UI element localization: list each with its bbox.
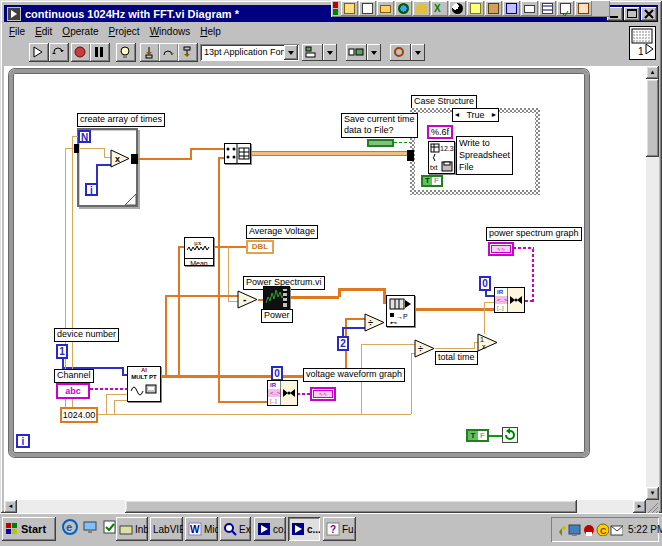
voltage-waveform-graph-label[interactable]: voltage waveform graph: [303, 368, 405, 382]
save-file-boolean-terminal[interactable]: [367, 139, 394, 147]
bundle-vwg-node[interactable]: IR<..>[..]: [267, 380, 298, 406]
tray-c-icon[interactable]: C: [596, 523, 609, 536]
format-string-constant[interactable]: %.6f: [427, 125, 453, 139]
save-file-question-label[interactable]: Save current time data to File?: [341, 113, 418, 138]
channel-label[interactable]: Channel: [54, 369, 94, 383]
taskbar-item-labview[interactable]: LabVIE...: [150, 517, 183, 541]
screen: continuous 1024Hz with FFT.vi Diagram * …: [0, 0, 662, 546]
office-powerpoint-button[interactable]: [449, 1, 466, 16]
taskbar-item-function-help[interactable]: ?Fu...: [323, 517, 356, 541]
wire: [165, 295, 238, 297]
sample-rate-constant[interactable]: 1024.00: [60, 407, 98, 423]
internet-explorer-icon[interactable]: e: [62, 519, 78, 535]
taskbar-item-exploring[interactable]: Ex...: [220, 517, 251, 541]
wire: [138, 158, 192, 160]
wire: [212, 246, 248, 248]
power-spectrum-graph-terminal[interactable]: ∿∿: [488, 242, 514, 256]
build-array-function[interactable]: [224, 143, 251, 164]
taskbar-item-inbox[interactable]: Inb...: [116, 517, 148, 541]
loop-condition-terminal[interactable]: [502, 427, 518, 443]
tray-mail-icon[interactable]: [610, 523, 623, 536]
office-logo[interactable]: [332, 1, 341, 16]
create-array-label[interactable]: create array of times: [77, 113, 165, 127]
reciprocal-function[interactable]: 1x: [477, 333, 499, 352]
taskbar-item-word[interactable]: WMic...: [185, 517, 218, 541]
wire: [411, 353, 412, 414]
case-next-arrow[interactable]: ►: [490, 109, 498, 121]
bundle-ps-node[interactable]: IR<..>[..]: [494, 287, 525, 313]
ai-acquire-node[interactable]: AI MULT PT: [127, 366, 161, 402]
device-number-constant[interactable]: 1: [56, 344, 68, 359]
transpose-boolean-constant[interactable]: T F: [421, 175, 443, 187]
wire: [114, 400, 128, 401]
wire: [80, 148, 105, 149]
subtract-function[interactable]: -: [237, 290, 259, 309]
case-selector[interactable]: ◄ True ►: [452, 108, 499, 122]
for-loop-iteration-terminal[interactable]: i: [85, 183, 98, 196]
write-spreadsheet-label[interactable]: Write to Spreadsheet File: [456, 136, 513, 175]
wire: [474, 342, 475, 349]
svg-text:C: C: [600, 526, 607, 536]
svg-text:x: x: [482, 343, 486, 350]
continue-boolean-constant[interactable]: T F: [466, 429, 489, 442]
multiply-function[interactable]: x: [110, 149, 131, 168]
labview-task-icon-2: [291, 522, 305, 536]
office-key-button[interactable]: [413, 1, 430, 16]
divide-function-2[interactable]: ÷: [414, 339, 436, 358]
wire: [489, 435, 503, 437]
svg-text:1: 1: [480, 336, 484, 343]
office-new-document-button[interactable]: [359, 1, 376, 16]
array-subset-node[interactable]: →P⊷: [386, 295, 415, 327]
mean-vi-node[interactable]: μx Mean: [184, 237, 214, 266]
office-mail-button[interactable]: [521, 1, 538, 16]
svg-text:[..]: [..]: [270, 398, 277, 404]
tray-audio-icon[interactable]: [554, 523, 567, 536]
average-voltage-label[interactable]: Average Voltage: [246, 225, 318, 239]
device-number-label[interactable]: device number: [54, 328, 119, 342]
zero-constant-ps[interactable]: 0: [479, 276, 491, 291]
power-spectrum-vi-node[interactable]: [263, 286, 290, 310]
word-icon: W: [188, 522, 202, 536]
divide-function-1[interactable]: ÷: [364, 313, 386, 332]
office-tasks-button[interactable]: [557, 1, 574, 16]
taskbar-item-continuous-vi[interactable]: co...: [254, 517, 286, 541]
average-voltage-terminal[interactable]: DBL: [246, 240, 274, 254]
svg-text:x: x: [115, 154, 120, 164]
office-shortcut-bar: X: [331, 0, 610, 17]
office-calendar-button[interactable]: [539, 1, 556, 16]
two-constant[interactable]: 2: [337, 336, 349, 351]
start-button[interactable]: Start: [2, 517, 56, 541]
write-spreadsheet-node[interactable]: 12.3txt: [428, 141, 455, 174]
case-previous-arrow[interactable]: ◄: [453, 109, 461, 121]
for-loop-resize-corner: [125, 194, 137, 206]
voltage-waveform-graph-terminal[interactable]: ∿∿: [310, 387, 336, 401]
office-note-button[interactable]: [467, 1, 484, 16]
channel-string-constant[interactable]: abc: [56, 383, 90, 399]
block-diagram: create array of times N i x μx Mean Aver…: [0, 0, 662, 513]
for-loop-count-terminal[interactable]: N: [78, 130, 91, 143]
wire: [178, 246, 180, 376]
case-structure-label[interactable]: Case Structure: [411, 95, 477, 109]
office-excel-button[interactable]: X: [431, 1, 448, 16]
office-contacts-button[interactable]: [575, 1, 592, 16]
wire: [338, 288, 384, 291]
power-spectrum-graph-label[interactable]: power spectrum graph: [486, 227, 582, 241]
office-new-note-button[interactable]: [341, 1, 358, 16]
office-book-button[interactable]: [503, 1, 520, 16]
wire: [513, 247, 534, 249]
while-loop-iteration-terminal[interactable]: i: [16, 434, 30, 448]
wire: [190, 148, 226, 150]
zero-constant-vwg[interactable]: 0: [271, 366, 283, 381]
labview-task-icon: [257, 522, 271, 536]
total-time-label[interactable]: total time: [435, 351, 478, 365]
taskbar-item-diagram-active[interactable]: c...: [288, 517, 320, 541]
office-browser-button[interactable]: [395, 1, 412, 16]
office-package-button[interactable]: [485, 1, 502, 16]
wire: [72, 136, 73, 408]
svg-text:IR: IR: [270, 382, 277, 388]
tray-display-icon[interactable]: [568, 523, 581, 536]
office-open-folder-button[interactable]: [377, 1, 394, 16]
svg-text:e: e: [66, 521, 72, 533]
tray-alert-icon[interactable]: [582, 523, 595, 536]
desktop-icon[interactable]: [82, 519, 98, 535]
